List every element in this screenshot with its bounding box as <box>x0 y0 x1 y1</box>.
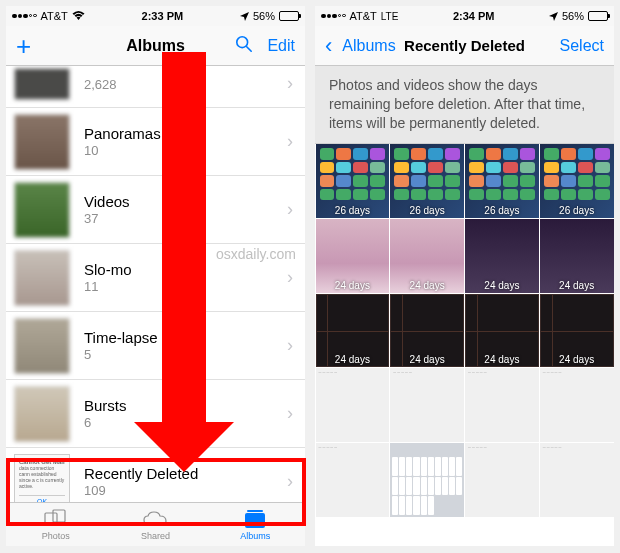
photo-thumbnail[interactable]: ─ ─ ─ ─ ─ <box>465 368 539 442</box>
location-icon <box>240 12 249 21</box>
svg-rect-4 <box>247 510 263 512</box>
photo-thumbnail[interactable]: 24 days <box>390 219 464 293</box>
album-count: 2,628 <box>84 77 287 92</box>
tab-label: Shared <box>141 531 170 541</box>
photo-thumbnail[interactable]: 24 days <box>465 294 539 368</box>
album-row-recently-deleted[interactable]: Cannot Get Mail data connection cann est… <box>6 448 305 502</box>
photo-grid[interactable]: 26 days26 days26 days26 days24 days24 da… <box>315 144 614 546</box>
info-banner: Photos and videos show the days remainin… <box>315 66 614 144</box>
photo-thumbnail[interactable]: ─ ─ ─ ─ ─ <box>390 368 464 442</box>
album-thumbnail <box>14 114 70 170</box>
album-thumbnail <box>14 182 70 238</box>
album-row[interactable]: Slo-mo 11 › <box>6 244 305 312</box>
album-row[interactable]: 2,628 › <box>6 66 305 108</box>
photo-thumbnail[interactable]: ─ ─ ─ ─ ─ <box>465 443 539 517</box>
add-button[interactable]: + <box>16 33 31 59</box>
carrier-label: AT&T <box>350 10 377 22</box>
days-remaining-label: 24 days <box>390 354 464 365</box>
tab-shared[interactable]: Shared <box>125 508 185 541</box>
chevron-right-icon: › <box>287 335 293 356</box>
days-remaining-label: 24 days <box>390 280 464 291</box>
photo-thumbnail[interactable]: 24 days <box>540 294 614 368</box>
chevron-right-icon: › <box>287 199 293 220</box>
status-bar: AT&T LTE 2:34 PM 56% <box>315 6 614 26</box>
album-thumbnail <box>14 318 70 374</box>
album-count: 6 <box>84 415 287 430</box>
svg-line-1 <box>247 46 252 51</box>
days-remaining-label: 24 days <box>316 354 390 365</box>
chevron-right-icon: › <box>287 403 293 424</box>
back-label: Albums <box>342 37 395 55</box>
album-row[interactable]: Bursts 6 › <box>6 380 305 448</box>
photo-thumbnail[interactable]: 26 days <box>316 144 390 218</box>
nav-bar: ‹ Albums Recently Deleted Select <box>315 26 614 66</box>
carrier-label: AT&T <box>41 10 68 22</box>
select-button[interactable]: Select <box>560 37 604 55</box>
albums-icon <box>242 508 268 530</box>
photo-thumbnail[interactable] <box>390 443 464 517</box>
status-bar: AT&T 2:33 PM 56% <box>6 6 305 26</box>
photo-thumbnail[interactable]: 26 days <box>540 144 614 218</box>
search-button[interactable] <box>235 35 253 57</box>
days-remaining-label: 26 days <box>316 205 390 216</box>
days-remaining-label: 24 days <box>316 280 390 291</box>
signal-strength-icon <box>321 14 346 19</box>
svg-rect-5 <box>245 513 265 528</box>
wifi-icon <box>72 11 85 21</box>
album-count: 11 <box>84 279 287 294</box>
tab-photos[interactable]: Photos <box>26 508 86 541</box>
battery-icon <box>588 11 608 21</box>
photo-thumbnail[interactable]: 26 days <box>465 144 539 218</box>
days-remaining-label: 24 days <box>465 280 539 291</box>
back-button[interactable]: ‹ Albums <box>325 33 396 59</box>
tab-label: Photos <box>42 531 70 541</box>
photos-icon <box>43 508 69 530</box>
photo-thumbnail[interactable]: 24 days <box>390 294 464 368</box>
alert-ok: OK <box>19 495 65 503</box>
album-count: 5 <box>84 347 287 362</box>
albums-list[interactable]: 2,628 › Panoramas 10 › Videos 37 › <box>6 66 305 502</box>
status-time: 2:34 PM <box>453 10 495 22</box>
album-name: Slo-mo <box>84 261 287 278</box>
battery-icon <box>279 11 299 21</box>
album-row[interactable]: Time-lapse 5 › <box>6 312 305 380</box>
svg-rect-3 <box>53 510 65 522</box>
photo-thumbnail[interactable]: ─ ─ ─ ─ ─ <box>540 368 614 442</box>
tab-bar: Photos Shared Albums <box>6 502 305 546</box>
album-name: Recently Deleted <box>84 465 287 482</box>
photo-thumbnail[interactable]: ─ ─ ─ ─ ─ <box>316 368 390 442</box>
album-name: Time-lapse <box>84 329 287 346</box>
album-name: Bursts <box>84 397 287 414</box>
album-thumbnail <box>14 250 70 306</box>
network-label: LTE <box>381 11 399 22</box>
tab-label: Albums <box>240 531 270 541</box>
photo-thumbnail[interactable]: ─ ─ ─ ─ ─ <box>540 443 614 517</box>
album-count: 10 <box>84 143 287 158</box>
days-remaining-label: 26 days <box>390 205 464 216</box>
photo-thumbnail[interactable]: 24 days <box>316 294 390 368</box>
status-time: 2:33 PM <box>142 10 184 22</box>
album-count: 109 <box>84 483 287 498</box>
photo-thumbnail[interactable]: ─ ─ ─ ─ ─ <box>316 443 390 517</box>
album-thumbnail: Cannot Get Mail data connection cann est… <box>14 454 70 503</box>
photo-thumbnail[interactable]: 24 days <box>540 219 614 293</box>
photo-thumbnail[interactable]: 26 days <box>390 144 464 218</box>
photo-thumbnail[interactable]: 24 days <box>316 219 390 293</box>
album-row[interactable]: Videos 37 › <box>6 176 305 244</box>
svg-rect-2 <box>45 513 57 525</box>
days-remaining-label: 24 days <box>540 280 614 291</box>
tab-albums[interactable]: Albums <box>225 508 285 541</box>
days-remaining-label: 24 days <box>465 354 539 365</box>
cloud-icon <box>142 508 168 530</box>
album-count: 37 <box>84 211 287 226</box>
album-thumbnail <box>14 386 70 442</box>
album-name: Panoramas <box>84 125 287 142</box>
days-remaining-label: 26 days <box>540 205 614 216</box>
photo-thumbnail[interactable]: 24 days <box>465 219 539 293</box>
edit-button[interactable]: Edit <box>267 37 295 55</box>
album-row[interactable]: Panoramas 10 › <box>6 108 305 176</box>
phone-right: AT&T LTE 2:34 PM 56% ‹ Albums Recently D… <box>315 6 614 546</box>
chevron-left-icon: ‹ <box>325 33 332 59</box>
alert-body: data connection cann established since a… <box>19 465 64 489</box>
chevron-right-icon: › <box>287 73 293 94</box>
